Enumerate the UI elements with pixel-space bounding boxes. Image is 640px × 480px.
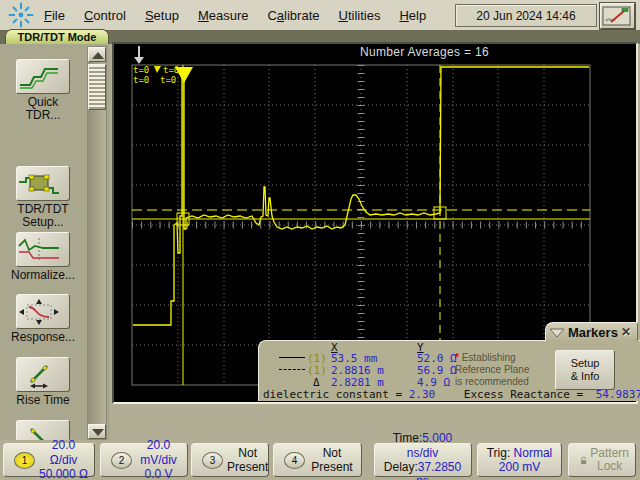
menu-control[interactable]: Control: [82, 4, 128, 27]
dashed-line-symbol: [279, 369, 305, 370]
tool-quick-tdr: Quick TDR...: [0, 59, 86, 121]
dielectric-value: 2.30: [409, 388, 436, 401]
status-bar: 1 20.0 Ω/div 50.000 Ω 2 20.0 mV/div 0.0 …: [0, 440, 640, 480]
normalize-button[interactable]: [16, 232, 70, 267]
scroll-down-button[interactable]: [88, 424, 106, 439]
channel1-button[interactable]: 1 20.0 Ω/div 50.000 Ω: [3, 443, 95, 477]
menu-bar: File Control Setup Measure Calibrate Uti…: [0, 0, 640, 31]
datetime-display: 20 Jun 2024 14:46: [455, 4, 597, 27]
rise-time-icon: [17, 361, 61, 389]
averages-readout: Number Averages = 16: [360, 45, 489, 59]
channel2-button[interactable]: 2 20.0 mV/div 0.0 V: [100, 443, 188, 477]
response-icon: [17, 298, 61, 326]
time-label: Time:: [393, 431, 423, 445]
collapse-chevron-icon[interactable]: [548, 326, 566, 339]
channel3-button[interactable]: 3 Not Present: [191, 443, 269, 477]
channel4-status: Not Present: [309, 446, 355, 474]
response-label: Response...: [0, 331, 86, 344]
svg-text:t=0: t=0: [133, 65, 149, 75]
close-icon[interactable]: ✕: [621, 325, 631, 339]
tdr-tdt-setup-icon: [17, 170, 61, 198]
response-button[interactable]: [16, 294, 70, 329]
whiteboard-pen-icon: [602, 6, 631, 26]
markers-panel-tab[interactable]: Markers ✕: [545, 322, 638, 341]
svg-text:t=0: t=0: [133, 75, 149, 85]
pattern-lock-button[interactable]: Pattern Lock: [568, 443, 636, 477]
rise-time-label: Rise Time: [0, 394, 86, 407]
t0-triangle-icon: [154, 66, 161, 73]
channel2-scale: 20.0 mV/div: [140, 438, 177, 466]
tool-response: Response...: [0, 294, 86, 344]
instrument-window: { "menu": { "items": [ {"label":"File","…: [0, 0, 640, 480]
tdr-tdt-setup-button[interactable]: [16, 166, 70, 201]
quick-tdr-button[interactable]: [16, 59, 70, 94]
tab-tdr-tdt-mode[interactable]: TDR/TDT Mode: [5, 29, 109, 44]
warning-star: *: [455, 352, 459, 363]
menu-utilities[interactable]: Utilities: [337, 4, 383, 27]
setup-info-button[interactable]: Setup & Info: [555, 350, 615, 390]
sidebar-scrollbar[interactable]: [87, 46, 107, 440]
timebase-button[interactable]: Time:5.000 ns/div Delay:37.2850 ns: [374, 443, 472, 477]
pattern-lock-label: Pattern Lock: [590, 447, 629, 472]
tool-normalize: Normalize...: [0, 232, 86, 282]
tdr-tdt-setup-label: TDR/TDT Setup...: [0, 203, 86, 228]
rise-time-button[interactable]: [16, 357, 70, 392]
svg-text:t=0: t=0: [160, 75, 176, 85]
trig-label: Trig:: [487, 446, 511, 460]
scroll-up-button[interactable]: [88, 47, 106, 62]
warning-line-2: Reference Plane: [455, 364, 530, 375]
quick-tdr-label: Quick TDR...: [0, 96, 86, 121]
channel4-button[interactable]: 4 Not Present: [273, 443, 362, 477]
quick-tdr-icon: [17, 63, 61, 91]
trigger-button[interactable]: Trig: Normal 200 mV: [477, 443, 562, 477]
channel4-badge: 4: [284, 452, 305, 469]
tool-rise-time: Rise Time: [0, 357, 86, 407]
annotation-button[interactable]: [600, 3, 635, 29]
tool-tdr-tdt-setup: TDR/TDT Setup...: [0, 166, 86, 228]
menu-calibrate[interactable]: Calibrate: [265, 4, 321, 27]
down-arrow-icon: [92, 429, 104, 436]
trig-mode: Normal: [514, 446, 553, 460]
channel1-offset: 50.000 Ω: [39, 467, 88, 480]
up-arrow-icon: [92, 52, 104, 59]
warning-line-1: * Establishing: [455, 352, 516, 363]
solid-line-symbol: [279, 357, 305, 358]
channel1-scale: 20.0 Ω/div: [50, 438, 78, 466]
lock-icon: [580, 453, 587, 468]
normalize-label: Normalize...: [0, 269, 86, 282]
markers-panel: X Y (1) 53.5 mm 52.0 Ω * Establishing (1…: [258, 340, 640, 401]
delay-label: Delay:: [384, 460, 418, 474]
menu-setup[interactable]: Setup: [143, 4, 181, 27]
scrollbar-thumb[interactable]: [88, 64, 106, 110]
normalize-icon: [17, 236, 61, 264]
markers-panel-title: Markers: [568, 325, 618, 340]
warning-line-3: is recommended: [455, 376, 529, 387]
channel2-offset: 0.0 V: [144, 467, 172, 480]
grid-lines: [132, 65, 590, 385]
channel3-badge: 3: [202, 452, 223, 469]
svg-text:t=0: t=0: [163, 65, 179, 75]
menu-file[interactable]: File: [42, 4, 67, 27]
menu-help[interactable]: Help: [397, 4, 428, 27]
menu-measure[interactable]: Measure: [196, 4, 251, 27]
sidebar: Quick TDR... TDR/TDT Setup... Normalize.…: [0, 44, 110, 440]
channel3-status: Not Present: [227, 446, 268, 474]
drop-arrow-icon: [134, 46, 144, 64]
agilent-logo-icon: [8, 2, 34, 28]
trig-level: 200 mV: [499, 460, 540, 474]
channel2-badge: 2: [111, 452, 132, 469]
channel1-badge: 1: [14, 452, 35, 469]
dielectric-label: dielectric constant =: [263, 388, 402, 401]
delay-value: 37.2850 ns: [416, 460, 461, 480]
